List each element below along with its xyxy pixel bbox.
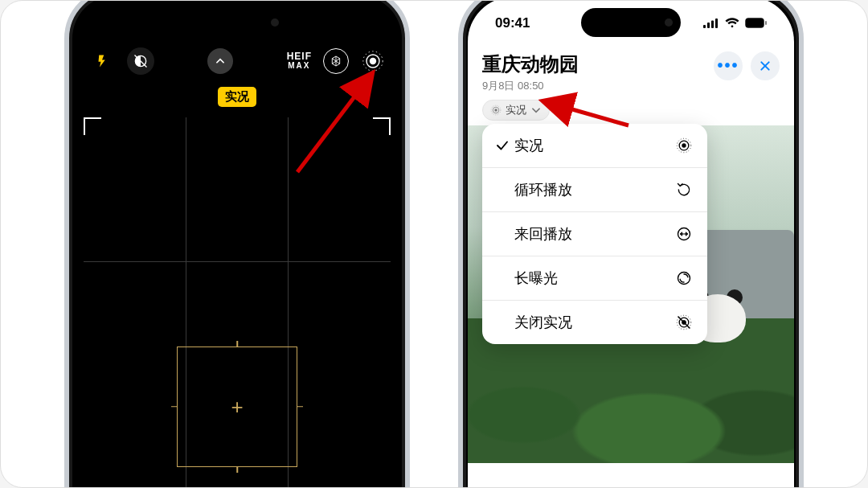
grid-line bbox=[84, 261, 391, 262]
flash-button[interactable] bbox=[88, 47, 116, 75]
svg-point-6 bbox=[370, 57, 376, 64]
live-badge-label: 实况 bbox=[225, 89, 249, 105]
cellular-icon bbox=[703, 18, 719, 28]
phone-power bbox=[801, 161, 804, 236]
hex-grid-icon bbox=[330, 55, 342, 68]
frame-corner bbox=[373, 117, 391, 135]
loop-icon bbox=[675, 181, 693, 199]
svg-rect-16 bbox=[765, 21, 767, 25]
menu-item-label: 关闭实况 bbox=[514, 313, 572, 332]
menu-item-bounce[interactable]: 来回播放 bbox=[482, 212, 707, 256]
phone-vol-down bbox=[458, 214, 461, 262]
menu-item-label: 长曝光 bbox=[514, 269, 558, 288]
svg-point-19 bbox=[494, 109, 497, 112]
chevron-up-icon bbox=[215, 55, 226, 67]
bounce-icon bbox=[675, 225, 693, 243]
svg-rect-10 bbox=[703, 25, 706, 28]
svg-rect-12 bbox=[711, 20, 714, 28]
menu-item-long-exposure[interactable]: 长曝光 bbox=[482, 256, 707, 301]
viewfinder[interactable]: + bbox=[84, 117, 391, 489]
svg-rect-15 bbox=[747, 19, 763, 27]
phone-vol-up bbox=[458, 156, 461, 204]
focus-indicator: + bbox=[177, 347, 297, 467]
more-icon: ••• bbox=[717, 56, 739, 75]
menu-item-label: 实况 bbox=[514, 136, 543, 155]
camera-top-toolbar: HEIF MAX bbox=[74, 45, 400, 77]
photo-header: 重庆动物园 9月8日 08:50 ••• bbox=[468, 51, 794, 93]
menu-item-label: 来回播放 bbox=[514, 224, 572, 244]
live-effect-pill[interactable]: 实况 bbox=[482, 100, 550, 121]
status-time: 09:41 bbox=[495, 15, 530, 31]
check-icon bbox=[495, 138, 510, 153]
live-photo-button[interactable] bbox=[360, 48, 386, 74]
status-bar: 09:41 bbox=[468, 11, 794, 35]
format-top-label: HEIF bbox=[287, 51, 312, 61]
photos-app: 09:41 重庆动物园 9月8日 08:50 ••• bbox=[468, 0, 794, 488]
live-off-icon bbox=[675, 314, 693, 331]
flash-icon bbox=[95, 54, 109, 68]
close-icon bbox=[759, 59, 772, 72]
phone-mute-switch bbox=[64, 113, 67, 140]
frame-corner bbox=[84, 117, 101, 135]
phone-camera: HEIF MAX 实况 bbox=[64, 0, 410, 488]
live-badge: 实况 bbox=[218, 87, 256, 107]
live-pill-icon bbox=[490, 105, 502, 116]
menu-item-label: 循环播放 bbox=[514, 180, 572, 199]
long-exposure-icon bbox=[675, 269, 693, 287]
photo-title: 重庆动物园 bbox=[482, 51, 579, 77]
menu-item-loop[interactable]: 循环播放 bbox=[482, 168, 707, 212]
photo-date: 9月8日 08:50 bbox=[482, 79, 579, 93]
phone-vol-down bbox=[64, 214, 67, 262]
photographic-styles-button[interactable] bbox=[323, 48, 349, 74]
more-button[interactable]: ••• bbox=[714, 51, 743, 80]
phone-photos: 09:41 重庆动物园 9月8日 08:50 ••• bbox=[458, 0, 804, 488]
menu-item-live[interactable]: 实况 bbox=[482, 124, 707, 168]
phone-power bbox=[407, 161, 410, 236]
svg-point-22 bbox=[682, 143, 686, 147]
live-pill-label: 实况 bbox=[506, 103, 526, 117]
dynamic-island bbox=[187, 8, 287, 37]
night-mode-off-button[interactable] bbox=[127, 47, 154, 75]
comparison-canvas: HEIF MAX 实况 bbox=[0, 0, 868, 488]
svg-line-31 bbox=[550, 103, 628, 125]
wifi-icon bbox=[725, 18, 739, 28]
svg-rect-13 bbox=[715, 18, 718, 28]
format-sub-label: MAX bbox=[288, 61, 310, 71]
live-photo-icon bbox=[361, 49, 385, 73]
live-target-icon bbox=[675, 137, 693, 154]
expand-controls-button[interactable] bbox=[207, 48, 233, 74]
phone-mute-switch bbox=[458, 113, 461, 140]
camera-app: HEIF MAX 实况 bbox=[74, 0, 400, 488]
chevron-down-icon bbox=[530, 105, 542, 116]
focus-plus-icon: + bbox=[231, 394, 243, 419]
menu-item-live-off[interactable]: 关闭实况 bbox=[482, 301, 707, 344]
battery-icon bbox=[745, 18, 767, 28]
svg-point-25 bbox=[678, 228, 690, 240]
format-indicator[interactable]: HEIF MAX bbox=[287, 51, 312, 71]
night-off-icon bbox=[133, 53, 149, 69]
svg-rect-11 bbox=[707, 23, 710, 28]
close-button[interactable] bbox=[751, 51, 780, 80]
phone-vol-up bbox=[64, 156, 67, 204]
live-effect-menu: 实况 循环播放 来回播放 bbox=[482, 124, 707, 344]
